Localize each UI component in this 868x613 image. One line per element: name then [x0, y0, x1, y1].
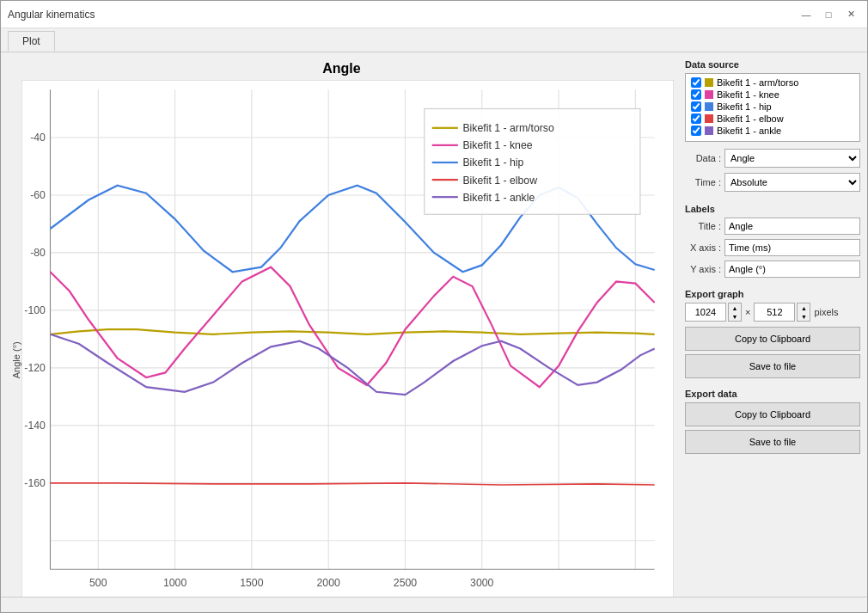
x-label-key: X axis :: [685, 242, 721, 253]
ds-checkbox-2[interactable]: [691, 101, 701, 112]
time-select[interactable]: Absolute Relative: [724, 173, 860, 192]
ds-label-3: Bikefit 1 - elbow: [717, 113, 784, 124]
y-label-row: Y axis :: [685, 261, 860, 278]
height-group: 512 ▲ ▼: [754, 303, 810, 322]
x-label-row: X axis :: [685, 239, 860, 256]
pixels-label: pixels: [814, 307, 838, 317]
window-title: Angular kinematics: [8, 9, 95, 21]
close-button[interactable]: ✕: [841, 5, 860, 24]
export-graph-copy-button[interactable]: Copy to Clipboard: [685, 327, 860, 351]
ds-color-4: [705, 126, 713, 135]
svg-text:2000: 2000: [317, 577, 340, 589]
svg-text:1000: 1000: [163, 577, 186, 589]
title-label-row: Title :: [685, 218, 860, 235]
ds-item-3: Bikefit 1 - elbow: [691, 113, 854, 124]
ds-label-2: Bikefit 1 - hip: [717, 101, 772, 112]
chart-inner: -40 -60 -80 -100 -120 -140 -160 500 1000…: [21, 80, 674, 597]
time-row: Time : Absolute Relative: [685, 173, 860, 192]
status-bar: [1, 597, 867, 612]
width-group: 1024 ▲ ▼: [685, 303, 742, 322]
height-spin-up[interactable]: ▲: [798, 303, 810, 312]
height-spinner: ▲ ▼: [797, 303, 810, 322]
ds-label-1: Bikefit 1 - knee: [717, 89, 779, 100]
height-spin-down[interactable]: ▼: [798, 312, 810, 321]
ds-item-0: Bikefit 1 - arm/torso: [691, 77, 854, 88]
svg-text:-140: -140: [24, 420, 46, 432]
svg-text:Bikefit 1 - elbow: Bikefit 1 - elbow: [462, 175, 537, 187]
x-axis-input[interactable]: [724, 239, 860, 256]
y-axis-label: Angle (°): [9, 80, 21, 597]
time-control-label: Time :: [685, 177, 721, 187]
title-bar: Angular kinematics — □ ✕: [1, 1, 867, 28]
height-spin-buttons: ▲ ▼: [797, 303, 810, 322]
svg-text:Bikefit 1 - knee: Bikefit 1 - knee: [462, 139, 532, 151]
width-spin-down[interactable]: ▼: [729, 312, 741, 321]
ds-label-4: Bikefit 1 - ankle: [717, 126, 781, 136]
export-graph-save-button[interactable]: Save to file: [685, 354, 860, 378]
data-source-label: Data source: [685, 59, 860, 70]
labels-section-title: Labels: [685, 204, 860, 214]
ds-checkbox-3[interactable]: [691, 113, 701, 124]
export-data-save-button[interactable]: Save to file: [685, 430, 860, 454]
tab-bar: Plot: [1, 28, 867, 52]
chart-wrapper: Angle (°): [9, 80, 674, 597]
labels-section: Labels Title : X axis : Y axis :: [685, 204, 860, 282]
controls-section: Data : Angle Velocity Acceleration Time …: [685, 149, 860, 197]
svg-text:-40: -40: [30, 132, 46, 144]
svg-text:1500: 1500: [240, 577, 263, 589]
ds-checkbox-1[interactable]: [691, 89, 701, 100]
export-dimensions-row: 1024 ▲ ▼ × 512 ▲: [685, 303, 860, 322]
ds-label-0: Bikefit 1 - arm/torso: [717, 77, 798, 88]
width-spin-buttons: ▲ ▼: [728, 303, 742, 322]
width-spinner: ▲ ▼: [728, 303, 742, 322]
data-source-box: Bikefit 1 - arm/torso Bikefit 1 - knee B…: [685, 73, 860, 142]
export-graph-section: Export graph 1024 ▲ ▼ × 512: [685, 289, 860, 382]
main-window: Angular kinematics — □ ✕ Plot Angle Angl…: [0, 0, 868, 613]
svg-text:3000: 3000: [470, 577, 493, 589]
chart-title: Angle: [322, 61, 360, 77]
export-height-input[interactable]: 512: [754, 303, 795, 322]
export-graph-title: Export graph: [685, 289, 860, 299]
dimensions-separator: ×: [745, 307, 750, 317]
data-control-label: Data :: [685, 153, 721, 163]
svg-text:-120: -120: [24, 362, 46, 374]
title-input[interactable]: [724, 218, 860, 235]
title-label-key: Title :: [685, 221, 721, 231]
export-data-section: Export data Copy to Clipboard Save to fi…: [685, 389, 860, 457]
width-spin-up[interactable]: ▲: [729, 303, 741, 312]
export-width-input[interactable]: 1024: [685, 303, 726, 322]
ds-item-2: Bikefit 1 - hip: [691, 101, 854, 112]
tab-plot[interactable]: Plot: [8, 31, 55, 52]
export-data-title: Export data: [685, 389, 860, 399]
minimize-button[interactable]: —: [797, 5, 816, 24]
svg-text:Bikefit 1 - hip: Bikefit 1 - hip: [462, 156, 523, 169]
svg-text:Bikefit 1 - arm/torso: Bikefit 1 - arm/torso: [462, 122, 554, 134]
y-axis-input[interactable]: [724, 261, 860, 278]
window-controls: — □ ✕: [797, 5, 860, 24]
maximize-button[interactable]: □: [819, 5, 838, 24]
data-source-section: Data source Bikefit 1 - arm/torso Bikefi…: [685, 59, 860, 142]
ds-checkbox-0[interactable]: [691, 77, 701, 88]
chart-svg: -40 -60 -80 -100 -120 -140 -160 500 1000…: [21, 80, 674, 597]
svg-text:2500: 2500: [394, 577, 417, 589]
ds-color-0: [705, 78, 713, 87]
svg-text:-160: -160: [24, 477, 46, 489]
right-panel: Data source Bikefit 1 - arm/torso Bikefi…: [678, 52, 867, 597]
y-label-key: Y axis :: [685, 264, 721, 274]
ds-color-2: [705, 102, 713, 111]
main-content: Angle Angle (°): [1, 52, 867, 597]
ds-color-3: [705, 114, 713, 123]
chart-area: Angle Angle (°): [1, 52, 678, 597]
ds-checkbox-4[interactable]: [691, 126, 701, 136]
data-select[interactable]: Angle Velocity Acceleration: [724, 149, 860, 168]
ds-item-1: Bikefit 1 - knee: [691, 89, 854, 100]
data-row: Data : Angle Velocity Acceleration: [685, 149, 860, 168]
svg-text:500: 500: [89, 577, 107, 589]
svg-text:-60: -60: [30, 189, 46, 201]
svg-text:-80: -80: [30, 247, 46, 259]
ds-item-4: Bikefit 1 - ankle: [691, 126, 854, 136]
ds-color-1: [705, 90, 713, 99]
export-data-copy-button[interactable]: Copy to Clipboard: [685, 402, 860, 426]
svg-text:Bikefit 1 - ankle: Bikefit 1 - ankle: [462, 192, 535, 204]
svg-text:-100: -100: [24, 304, 46, 316]
